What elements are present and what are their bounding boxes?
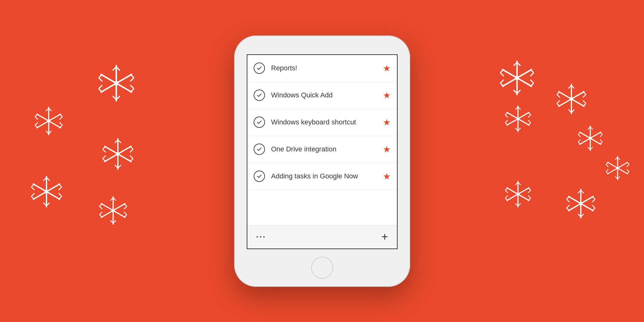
task-label: Windows keyboard shortcut [271,118,383,126]
check-icon [254,117,265,128]
star-icon: ★ [383,117,391,128]
snowflake-icon [578,126,602,151]
star-icon: ★ [383,63,391,74]
snowflake-icon [100,196,127,225]
phone-body: Reports! ★ Windows Quick Add ★ [234,35,410,287]
task-item[interactable]: Windows keyboard shortcut ★ [247,109,397,136]
more-button[interactable]: ··· [256,232,266,242]
svg-line-1 [0,0,0,0]
star-icon: ★ [383,90,391,101]
snowflake-icon [606,156,629,180]
check-icon [254,90,265,101]
task-label: One Drive integration [271,145,383,153]
snowflake-icon [103,138,133,170]
check-icon [254,63,265,74]
task-label: Adding tasks in Google Now [271,172,383,180]
phone-toolbar: ··· + [247,225,397,248]
snowflake-icon [31,176,62,207]
check-icon [254,171,265,182]
task-item[interactable]: Windows Quick Add ★ [247,82,397,109]
star-icon: ★ [383,144,391,155]
phone-screen: Reports! ★ Windows Quick Add ★ [247,54,398,249]
task-label: Windows Quick Add [271,91,383,99]
snowflake-icon [505,181,531,207]
snowflake-icon [505,106,531,132]
svg-line-2 [0,0,0,0]
phone-mockup: Reports! ★ Windows Quick Add ★ [231,32,413,290]
task-item[interactable]: Reports! ★ [247,55,397,82]
star-icon: ★ [383,171,391,182]
snowflake-icon [567,189,595,218]
task-list: Reports! ★ Windows Quick Add ★ [247,55,397,225]
task-label: Reports! [271,64,383,72]
snowflake-icon [500,61,534,95]
home-button[interactable] [311,257,333,279]
task-item[interactable]: One Drive integration ★ [247,136,397,163]
snowflake-icon [99,65,134,101]
snowflake-icon [557,84,586,114]
snowflake-icon [35,107,63,135]
task-item[interactable]: Adding tasks in Google Now ★ [247,163,397,190]
add-task-button[interactable]: + [381,231,388,243]
check-icon [254,144,265,155]
